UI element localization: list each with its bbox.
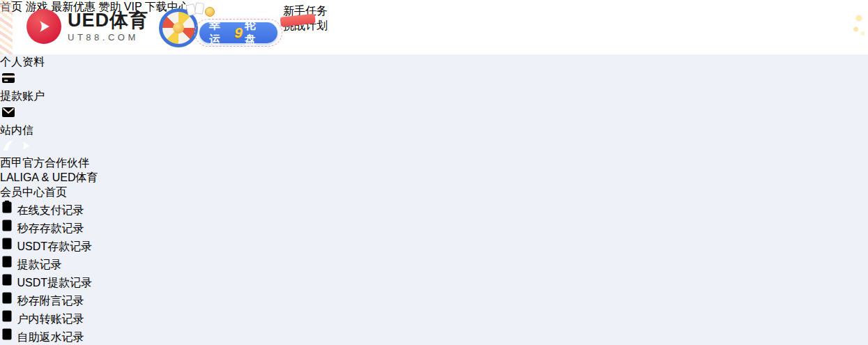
quick-link-withdraw-account[interactable]: 提款账户 [0, 70, 868, 104]
tab-label: USDT存款记录 [17, 240, 92, 252]
tab-label: USDT提款记录 [17, 277, 92, 289]
header-decoration-left [0, 0, 13, 54]
logo-arrow-icon [26, 9, 61, 44]
clipboard-icon [0, 309, 14, 323]
clipboard-icon [0, 291, 14, 305]
member-center-card: 会员中心首页 [0, 185, 868, 200]
clipboard-icon [0, 273, 14, 286]
mail-icon [0, 104, 868, 123]
tab-label: 秒存存款记录 [17, 222, 84, 234]
quick-link-label: 提款账户 [0, 90, 45, 102]
member-center-home-item[interactable]: 会员中心首页 [0, 185, 868, 200]
clipboard-icon [0, 327, 14, 341]
tab-instant-deposit-records[interactable]: 秒存存款记录 [0, 218, 868, 236]
top-header: UED体育 UT88.COM 幸运 9 轮盘 新手 [0, 0, 868, 54]
tab-online-payment-records[interactable]: 在线支付记录 [0, 200, 868, 218]
record-tabs: 在线支付记录 秒存存款记录 USDT存款记录 提款记录 USDT提款记录 秒存附… [0, 200, 868, 345]
clipboard-icon [0, 200, 14, 214]
bank-card-icon [0, 70, 868, 89]
clipboard-icon [0, 254, 14, 268]
tab-label: 自助返水记录 [17, 331, 84, 343]
logo-title: UED体育 [68, 10, 149, 31]
gift-box-icon [282, 8, 316, 43]
gold-coin-icon [205, 7, 215, 17]
tab-internal-transfer-records[interactable]: 户内转账记录 [0, 309, 868, 327]
laliga-partner-banner[interactable]: 西甲官方合作伙伴 LALIGA & UED体育 [0, 138, 868, 185]
tab-label: 在线支付记录 [17, 204, 84, 216]
logo-subtitle: UT88.COM [68, 32, 149, 43]
logo-text: UED体育 UT88.COM [68, 10, 149, 43]
site-logo[interactable]: UED体育 UT88.COM [26, 9, 149, 44]
banner-title: 西甲官方合作伙伴 [0, 156, 868, 171]
promo-number: 9 [234, 24, 243, 41]
playing-card-icon [195, 2, 204, 15]
sparkle-decoration [851, 10, 867, 38]
records-panel: 在线支付记录 秒存存款记录 USDT存款记录 提款记录 USDT提款记录 秒存附… [0, 200, 868, 345]
lucky-roulette-promo[interactable]: 幸运 9 轮盘 [159, 6, 277, 50]
quick-link-label: 站内信 [0, 124, 33, 136]
banner-logos [0, 138, 868, 156]
tab-label: 户内转账记录 [17, 313, 84, 325]
tab-label: 提款记录 [17, 259, 61, 270]
promo-prefix: 幸运 [209, 18, 232, 47]
ued-logo-icon [18, 138, 33, 153]
tab-self-rebate-records[interactable]: 自助返水记录 [0, 327, 868, 345]
member-home-label: 会员中心首页 [0, 186, 67, 198]
page: UED体育 UT88.COM 幸运 9 轮盘 新手 [0, 0, 868, 345]
newbie-task-promo[interactable]: 新手任务 挑战计划 [283, 4, 416, 50]
roulette-hub-icon [173, 22, 184, 33]
laliga-logo-icon [0, 138, 15, 153]
clipboard-icon [0, 218, 14, 232]
tab-usdt-withdrawal-records[interactable]: USDT提款记录 [0, 273, 868, 291]
tab-usdt-deposit-records[interactable]: USDT存款记录 [0, 236, 868, 254]
quick-link-label: 个人资料 [0, 56, 45, 68]
arrow-glyph [33, 16, 54, 37]
tab-withdrawal-records[interactable]: 提款记录 [0, 254, 868, 273]
promo-suffix: 轮盘 [245, 18, 268, 47]
tab-label: 秒存附言记录 [17, 295, 84, 307]
banner-subtitle: LALIGA & UED体育 [0, 171, 868, 185]
lucky-roulette-badge: 幸运 9 轮盘 [199, 22, 277, 43]
clipboard-icon [0, 236, 14, 250]
quick-link-messages[interactable]: 站内信 [0, 104, 868, 138]
tab-instant-memo-records[interactable]: 秒存附言记录 [0, 291, 868, 309]
